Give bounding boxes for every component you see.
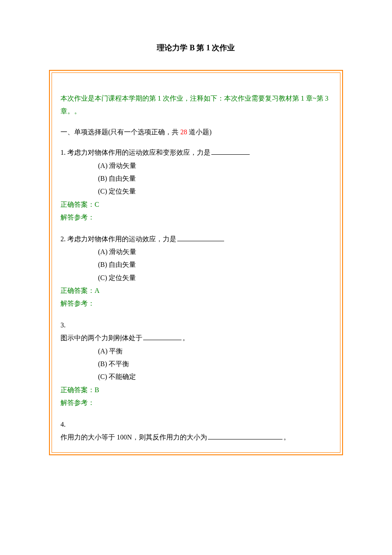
content-box-inner: 本次作业是本门课程本学期的第 1 次作业，注释如下：本次作业需要复习教材第 1 … [52,72,340,453]
page: 理论力学 B 第 1 次作业 本次作业是本门课程本学期的第 1 次作业，注释如下… [0,0,392,555]
correct-answer: 正确答案：A [61,284,331,297]
question-stem: 作用力的大小等于 100N，则其反作用力的大小为。 [61,431,331,444]
option-c: (C) 定位矢量 [98,185,331,198]
document-title: 理论力学 B 第 1 次作业 [49,43,343,53]
correct-label: 正确答案： [61,201,95,208]
section-suffix: 道小题) [187,128,211,136]
section-prefix: 一、单项选择题(只有一个选项正确，共 [61,128,180,136]
option-c: (C) 定位矢量 [98,272,331,284]
answer-value: C [95,201,99,208]
correct-label: 正确答案： [61,386,95,393]
question-text: 考虑力对物体作用的运动效应和变形效应，力是 [67,149,210,156]
option-a: (A) 滑动矢量 [98,246,331,258]
option-b: (B) 自由矢量 [98,258,331,271]
option-c: (C) 不能确定 [98,370,331,383]
question-text-1: 图示中的两个力则刚体处于 [61,334,142,341]
question-number: 1. [61,149,67,156]
question-stem: 图示中的两个力则刚体处于。 [61,332,331,344]
blank-line [211,148,250,155]
correct-label: 正确答案： [61,287,95,294]
question-number: 3. [61,319,331,332]
answer-value: A [95,287,100,294]
blank-line [177,234,224,241]
question-count: 28 [180,128,187,136]
question-number: 2. [61,235,67,243]
option-a: (A) 滑动矢量 [98,159,331,172]
option-b: (B) 不平衡 [98,358,331,370]
assignment-note: 本次作业是本门课程本学期的第 1 次作业，注释如下：本次作业需要复习教材第 1 … [61,92,331,118]
correct-answer: 正确答案：C [61,198,331,211]
question-text: 考虑力对物体作用的运动效应，力是 [67,235,176,243]
question-text-2: 。 [182,334,189,341]
option-list: (A) 滑动矢量 (B) 自由矢量 (C) 定位矢量 [61,246,331,284]
content-box-outer: 本次作业是本门课程本学期的第 1 次作业，注释如下：本次作业需要复习教材第 1 … [49,70,343,455]
option-list: (A) 平衡 (B) 不平衡 (C) 不能确定 [61,345,331,384]
section-heading: 一、单项选择题(只有一个选项正确，共 28 道小题) [61,126,331,139]
answer-reference: 解答参考： [61,297,331,310]
question-1: 1. 考虑力对物体作用的运动效应和变形效应，力是 (A) 滑动矢量 (B) 自由… [61,146,331,224]
question-number: 4. [61,418,331,431]
blank-line [143,333,182,340]
question-2: 2. 考虑力对物体作用的运动效应，力是 (A) 滑动矢量 (B) 自由矢量 (C… [61,233,331,310]
question-text-1: 作用力的大小等于 100N，则其反作用力的大小为 [61,434,207,441]
answer-value: B [95,386,99,393]
option-b: (B) 自由矢量 [98,172,331,185]
question-stem: 2. 考虑力对物体作用的运动效应，力是 [61,233,331,246]
question-3: 3. 图示中的两个力则刚体处于。 (A) 平衡 (B) 不平衡 (C) 不能确定… [61,319,331,410]
answer-reference: 解答参考： [61,396,331,409]
correct-answer: 正确答案：B [61,384,331,396]
question-text-2: 。 [283,434,290,441]
option-a: (A) 平衡 [98,345,331,358]
question-4: 4. 作用力的大小等于 100N，则其反作用力的大小为。 [61,418,331,444]
question-stem: 1. 考虑力对物体作用的运动效应和变形效应，力是 [61,146,331,159]
blank-line [208,433,282,439]
answer-reference: 解答参考： [61,211,331,224]
option-list: (A) 滑动矢量 (B) 自由矢量 (C) 定位矢量 [61,159,331,198]
